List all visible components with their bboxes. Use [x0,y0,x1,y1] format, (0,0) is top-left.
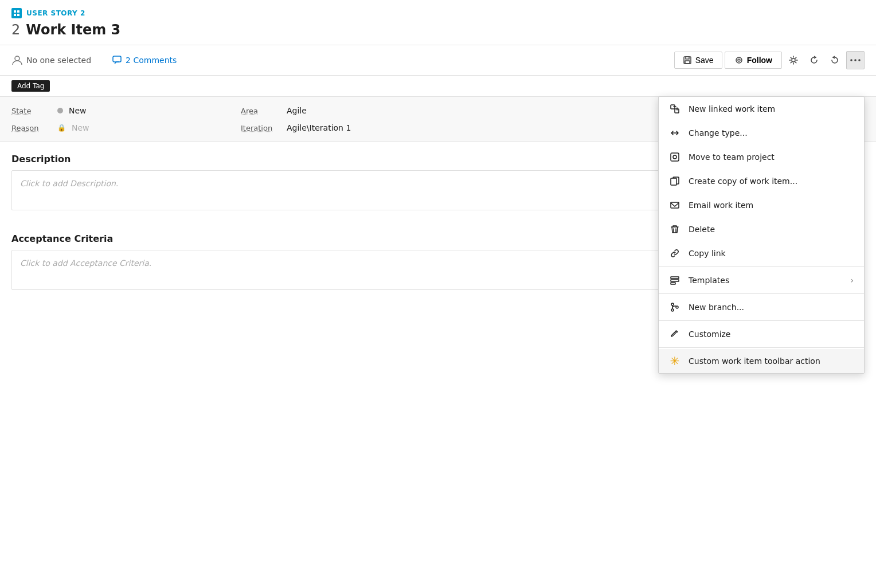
branch-icon [669,301,681,313]
iteration-label: Iteration [241,124,281,132]
settings-button[interactable] [784,51,803,69]
menu-item-new-linked[interactable]: New linked work item [659,97,864,121]
work-item-id: 2 [11,22,20,38]
svg-rect-21 [671,202,679,208]
svg-point-4 [15,56,19,61]
move-team-icon [669,151,681,163]
svg-point-9 [736,57,742,63]
area-field-row: Area Agile [241,106,424,115]
menu-item-customize[interactable]: Customize [659,322,864,346]
save-label: Save [695,56,714,65]
menu-separator-3 [659,320,864,321]
save-icon [683,56,692,65]
svg-point-11 [792,58,795,62]
follow-label: Follow [747,56,772,65]
menu-label-copy-link: Copy link [689,249,854,258]
refresh-icon [809,55,819,65]
menu-label-customize: Customize [689,330,854,339]
more-options-button[interactable] [846,51,865,69]
work-item-type-badge: USER STORY 2 [11,8,865,18]
area-label: Area [241,107,281,115]
follow-icon [734,56,744,65]
svg-point-13 [854,59,857,61]
save-button[interactable]: Save [674,52,722,69]
iteration-value[interactable]: Agile\Iteration 1 [287,123,351,132]
person-icon [11,54,23,66]
svg-rect-3 [17,14,19,16]
comments-link[interactable]: 2 Comments [112,55,177,65]
new-linked-icon [669,103,681,115]
reason-value[interactable]: New [72,123,89,132]
svg-rect-23 [671,280,679,281]
email-icon [669,199,681,211]
copy-link-icon [669,248,681,259]
menu-label-move-team: Move to team project [689,152,854,162]
add-tag-button[interactable]: Add Tag [11,80,50,92]
comments-count: 2 Comments [126,56,177,65]
menu-label-change-type: Change type... [689,128,854,138]
menu-label-custom-action: Custom work item toolbar action [689,356,854,366]
svg-rect-1 [17,10,19,13]
change-type-icon [669,127,681,139]
follow-button[interactable]: Follow [725,52,782,69]
svg-point-12 [850,59,852,61]
svg-point-14 [858,59,861,61]
toolbar-right: Save Follow [674,51,865,69]
customize-icon [669,328,681,340]
left-fields: State New Reason 🔒 New [11,106,195,132]
svg-rect-5 [113,56,121,62]
user-story-icon [11,8,22,18]
svg-point-18 [673,155,676,159]
svg-point-10 [738,59,740,61]
undo-button[interactable] [826,51,844,69]
menu-item-copy-link[interactable]: Copy link [659,241,864,265]
comment-icon [112,55,122,65]
iteration-field-row: Iteration Agile\Iteration 1 [241,123,424,132]
menu-item-create-copy[interactable]: Create copy of work item... [659,169,864,193]
gear-icon [788,55,799,65]
menu-item-custom-action[interactable]: ✳ Custom work item toolbar action [659,349,864,373]
menu-label-delete: Delete [689,225,854,234]
svg-rect-22 [671,277,679,279]
menu-item-change-type[interactable]: Change type... [659,121,864,145]
lock-icon: 🔒 [57,124,66,132]
menu-separator-2 [659,293,864,294]
menu-item-delete[interactable]: Delete [659,217,864,241]
state-value[interactable]: New [69,106,87,115]
state-dot [57,108,63,113]
menu-label-new-branch: New branch... [689,303,854,312]
menu-label-email: Email work item [689,201,854,210]
state-label: State [11,107,52,115]
svg-rect-8 [685,61,690,64]
svg-rect-17 [671,153,679,161]
templates-chevron: › [850,276,854,285]
assignee-area[interactable]: No one selected [11,54,91,66]
menu-label-templates: Templates [689,276,842,285]
menu-separator-4 [659,347,864,348]
reason-label: Reason [11,124,52,132]
menu-item-email[interactable]: Email work item [659,193,864,217]
reason-field-row: Reason 🔒 New [11,123,195,132]
menu-label-create-copy: Create copy of work item... [689,177,854,186]
menu-item-move-team[interactable]: Move to team project [659,145,864,169]
menu-item-new-branch[interactable]: New branch... [659,295,864,319]
svg-rect-2 [14,14,16,16]
menu-separator-1 [659,266,864,267]
svg-rect-24 [671,283,675,284]
right-fields: Area Agile Iteration Agile\Iteration 1 [241,106,424,132]
work-item-title: Work Item 3 [26,22,120,38]
tag-row: Add Tag [0,76,876,97]
templates-icon [669,275,681,286]
menu-item-templates[interactable]: Templates › [659,268,864,292]
undo-icon [830,55,840,65]
work-item-title-row: 2 Work Item 3 [11,22,865,38]
menu-label-new-linked: New linked work item [689,104,854,113]
refresh-button[interactable] [805,51,823,69]
area-value[interactable]: Agile [287,106,307,115]
svg-rect-7 [686,57,689,59]
delete-icon [669,224,681,235]
svg-rect-0 [14,10,16,13]
ellipsis-icon [850,59,861,61]
create-copy-icon [669,175,681,187]
svg-rect-20 [671,178,676,185]
